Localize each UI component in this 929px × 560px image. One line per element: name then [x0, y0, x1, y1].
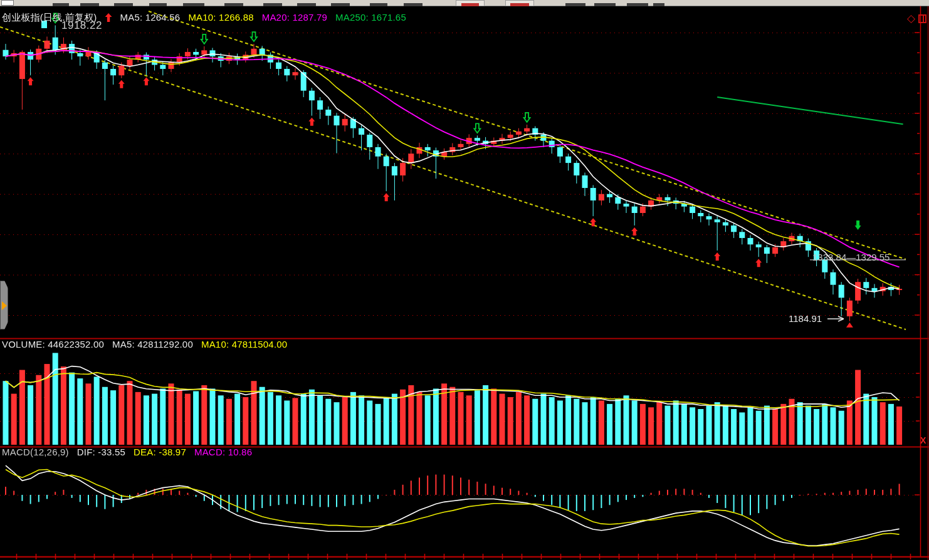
diamond-icon[interactable]: ◇ [907, 13, 915, 24]
window-pane-icon[interactable] [918, 14, 926, 23]
sidebar-flyout-handle[interactable] [0, 281, 8, 329]
volume-value: VOLUME: 44622352.00 [2, 340, 104, 350]
low-price-label: 1184.91 [789, 313, 822, 324]
volume-ma10-value: MA10: 47811504.00 [201, 340, 287, 350]
macd-value: MACD: 10.86 [194, 447, 252, 457]
alert-price-label: 1333.84—1329.55 [812, 252, 890, 262]
ma20-value: MA20: 1287.79 [262, 13, 327, 23]
menu-bar[interactable] [0, 0, 929, 6]
high-price-label: 1918.22 [61, 19, 102, 32]
macd-header: MACD(12,26,9) DIF: -33.55 DEA: -38.97 MA… [2, 447, 252, 457]
ma250-value: MA250: 1671.65 [335, 13, 406, 23]
flyout-arrow-icon [2, 301, 7, 310]
chart-canvas[interactable] [0, 0, 929, 560]
close-x-icon[interactable]: X [920, 435, 926, 445]
dea-value: DEA: -38.97 [134, 447, 186, 457]
up-arrow-icon [105, 13, 112, 22]
dif-value: DIF: -33.55 [77, 447, 125, 457]
volume-header: VOLUME: 44622352.00 MA5: 42811292.00 MA1… [2, 340, 287, 350]
macd-title: MACD(12,26,9) [2, 447, 69, 457]
menu-logo-box [1, 0, 14, 6]
ma10-value: MA10: 1266.88 [188, 13, 253, 23]
stock-app-window: 创业板指(日线.前复权) MA5: 1264.56 MA10: 1266.88 … [0, 0, 929, 560]
ma5-value: MA5: 1264.56 [120, 13, 181, 23]
volume-ma5-value: MA5: 42811292.00 [112, 340, 193, 350]
